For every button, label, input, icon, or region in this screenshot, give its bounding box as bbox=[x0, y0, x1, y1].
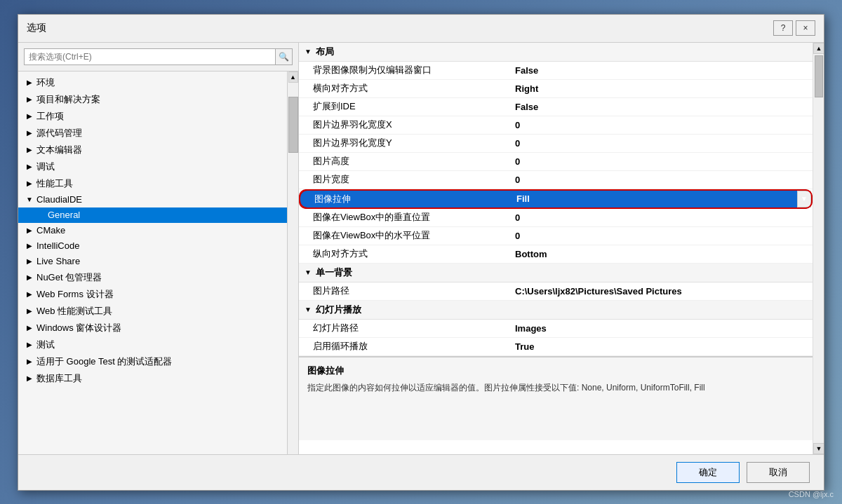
search-icon[interactable]: 🔍 bbox=[276, 48, 293, 65]
prop-value: 0 bbox=[509, 136, 813, 151]
description-text: 指定此图像的内容如何拉伸以适应编辑器的值。图片拉伸属性接受以下值: None, … bbox=[307, 381, 804, 394]
tree-item-env[interactable]: ▶环境 bbox=[18, 74, 287, 91]
prop-row[interactable]: 图片路径C:\Users\ljx82\Pictures\Saved Pictur… bbox=[299, 282, 813, 301]
prop-row[interactable]: 图像在ViewBox中的垂直位置0 bbox=[299, 209, 813, 227]
prop-row[interactable]: 纵向对齐方式Bottom bbox=[299, 245, 813, 264]
prop-name: 启用循环播放 bbox=[299, 338, 509, 355]
tree-item-perf[interactable]: ▶性能工具 bbox=[18, 175, 287, 192]
expand-icon: ▶ bbox=[24, 289, 35, 300]
prop-name: 图片高度 bbox=[299, 153, 509, 170]
tree-item-texteditor[interactable]: ▶文本编辑器 bbox=[18, 142, 287, 158]
prop-row[interactable]: 图片边界羽化宽度X0 bbox=[299, 116, 813, 135]
tree-item-label: 环境 bbox=[36, 76, 55, 89]
section-header-single-bg[interactable]: ▼单一背景 bbox=[299, 264, 813, 282]
close-button[interactable]: × bbox=[796, 20, 815, 36]
tree-item-source[interactable]: ▶源代码管理 bbox=[18, 125, 287, 142]
scroll-down-btn[interactable]: ▼ bbox=[813, 443, 824, 454]
prop-value: 0 bbox=[509, 210, 813, 225]
tree-item-intellicode[interactable]: ▶IntelliCode bbox=[18, 238, 287, 254]
tree-item-test[interactable]: ▶测试 bbox=[18, 336, 287, 353]
tree-item-label: Web Forms 设计器 bbox=[36, 288, 114, 301]
tree-item-label: Web 性能测试工具 bbox=[36, 305, 112, 318]
prop-name: 扩展到IDE bbox=[299, 98, 509, 115]
prop-row[interactable]: 横向对齐方式Right bbox=[299, 80, 813, 98]
prop-row[interactable]: 图像拉伸Fill▼ bbox=[299, 189, 813, 209]
prop-row[interactable]: 图片宽度0 bbox=[299, 171, 813, 189]
cancel-button[interactable]: 取消 bbox=[747, 462, 810, 483]
prop-value: Right bbox=[509, 81, 813, 96]
tree-item-gtest[interactable]: ▶适用于 Google Test 的测试适配器 bbox=[18, 353, 287, 370]
section-label: 幻灯片播放 bbox=[316, 304, 361, 316]
section-expand-icon: ▼ bbox=[305, 306, 312, 313]
tree-item-liveshare[interactable]: ▶Live Share bbox=[18, 254, 287, 269]
tree-item-nuget[interactable]: ▶NuGet 包管理器 bbox=[18, 269, 287, 286]
tree-item-debug[interactable]: ▶调试 bbox=[18, 158, 287, 175]
tree-item-winforms[interactable]: ▶Windows 窗体设计器 bbox=[18, 320, 287, 336]
prop-value: Images bbox=[509, 321, 813, 336]
description-title: 图像拉伸 bbox=[307, 365, 804, 377]
help-button[interactable]: ? bbox=[773, 20, 793, 36]
prop-value: 0 bbox=[509, 229, 813, 243]
prop-value: False bbox=[509, 100, 813, 114]
prop-name: 图片路径 bbox=[299, 282, 509, 299]
expand-icon: ▶ bbox=[24, 240, 35, 252]
prop-name: 背景图像限制为仅编辑器窗口 bbox=[299, 62, 509, 79]
prop-row[interactable]: 背景图像限制为仅编辑器窗口False bbox=[299, 62, 813, 80]
right-scrollbar[interactable]: ▲ ▼ bbox=[813, 43, 824, 454]
expand-icon: ▶ bbox=[24, 161, 35, 172]
tree-item-work[interactable]: ▶工作项 bbox=[18, 108, 287, 125]
prop-value: 0 bbox=[509, 154, 813, 169]
prop-row[interactable]: 图片边界羽化宽度Y0 bbox=[299, 135, 813, 153]
prop-dropdown-btn[interactable]: ▼ bbox=[797, 191, 811, 207]
scroll-up-btn[interactable]: ▲ bbox=[813, 43, 824, 54]
dialog-body: 🔍 ▶环境▶项目和解决方案▶工作项▶源代码管理▶文本编辑器▶调试▶性能工具▼Cl… bbox=[18, 43, 824, 454]
search-input[interactable] bbox=[24, 48, 276, 65]
titlebar: 选项 ? × bbox=[18, 15, 824, 43]
expand-icon: ▶ bbox=[24, 77, 35, 88]
prop-row[interactable]: 扩展到IDEFalse bbox=[299, 98, 813, 116]
prop-name: 图像在ViewBox中的垂直位置 bbox=[299, 209, 509, 226]
expand-icon: ▶ bbox=[24, 356, 35, 367]
prop-row[interactable]: 图片高度0 bbox=[299, 153, 813, 171]
ok-button[interactable]: 确定 bbox=[676, 462, 740, 483]
prop-value: Fill bbox=[511, 191, 797, 206]
tree-item-webforms[interactable]: ▶Web Forms 设计器 bbox=[18, 286, 287, 303]
tree-item-project[interactable]: ▶项目和解决方案 bbox=[18, 91, 287, 108]
tree-item-cmake[interactable]: ▶CMake bbox=[18, 223, 287, 238]
prop-name: 横向对齐方式 bbox=[299, 80, 509, 97]
prop-name: 纵向对齐方式 bbox=[299, 245, 509, 262]
section-expand-icon: ▼ bbox=[305, 268, 312, 276]
expand-icon: ▶ bbox=[24, 306, 35, 317]
tree-item-label: 文本编辑器 bbox=[36, 144, 82, 156]
tree-item-claudial[interactable]: ▼ClaudialDE bbox=[18, 192, 287, 207]
tree-container: ▶环境▶项目和解决方案▶工作项▶源代码管理▶文本编辑器▶调试▶性能工具▼Clau… bbox=[18, 71, 287, 454]
section-header-slideshow[interactable]: ▼幻灯片播放 bbox=[299, 301, 813, 320]
prop-name: 图像在ViewBox中的水平位置 bbox=[299, 227, 509, 244]
tree-item-label: Windows 窗体设计器 bbox=[36, 322, 121, 334]
prop-row[interactable]: 幻灯片路径Images bbox=[299, 320, 813, 338]
prop-name: 幻灯片路径 bbox=[299, 320, 509, 336]
section-header-layout[interactable]: ▼布局 bbox=[299, 43, 813, 62]
right-panel: ▼布局背景图像限制为仅编辑器窗口False横向对齐方式Right扩展到IDEFa… bbox=[299, 43, 824, 454]
prop-row[interactable]: 启用循环播放True bbox=[299, 338, 813, 356]
properties-container: ▼布局背景图像限制为仅编辑器窗口False横向对齐方式Right扩展到IDEFa… bbox=[299, 43, 813, 356]
expand-icon: ▶ bbox=[24, 373, 35, 384]
tree-item-webperf[interactable]: ▶Web 性能测试工具 bbox=[18, 303, 287, 320]
tree-item-general[interactable]: General bbox=[18, 207, 287, 223]
tree-item-label: 工作项 bbox=[36, 110, 64, 123]
expand-icon: ▶ bbox=[24, 144, 35, 156]
titlebar-buttons: ? × bbox=[773, 20, 815, 36]
tree-item-database[interactable]: ▶数据库工具 bbox=[18, 370, 287, 387]
prop-value: True bbox=[509, 339, 813, 354]
left-scrollbar[interactable]: ▲ bbox=[287, 71, 298, 454]
expand-icon: ▶ bbox=[24, 178, 35, 189]
section-label: 布局 bbox=[316, 46, 334, 58]
tree-item-label: CMake bbox=[36, 225, 65, 236]
prop-name: 图片边界羽化宽度X bbox=[299, 116, 509, 133]
tree-item-label: 调试 bbox=[36, 161, 55, 173]
prop-row[interactable]: 图像在ViewBox中的水平位置0 bbox=[299, 227, 813, 245]
tree-item-label: Live Share bbox=[36, 256, 80, 266]
expand-icon: ▶ bbox=[24, 128, 35, 139]
prop-value: 0 bbox=[509, 118, 813, 132]
tree-item-label: NuGet 包管理器 bbox=[36, 271, 102, 284]
